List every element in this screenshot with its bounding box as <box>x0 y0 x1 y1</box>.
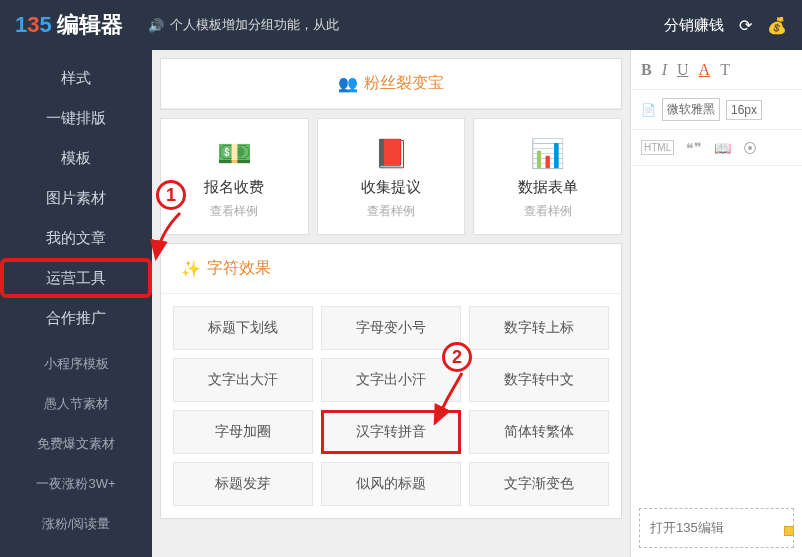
effect-button-11[interactable]: 文字渐变色 <box>469 462 609 506</box>
app-header: 135 编辑器 🔊 个人模板增加分组功能，从此 分销赚钱 ⟳ 💰 <box>0 0 802 50</box>
canvas-placeholder: 打开135编辑 <box>639 508 794 548</box>
card-link[interactable]: 查看样例 <box>474 203 621 220</box>
card-title: 数据表单 <box>474 178 621 197</box>
sidebar-item-1[interactable]: 一键排版 <box>0 98 152 138</box>
editor-canvas[interactable]: 打开135编辑 <box>631 166 802 556</box>
main-content: 1 👥 粉丝裂变宝 💵报名收费查看样例📕收集提议查看样例📊数据表单查看样例 ✨ … <box>152 50 630 557</box>
sidebar-item-0[interactable]: 样式 <box>0 58 152 98</box>
card-icon: 💵 <box>161 137 308 170</box>
logo: 135 编辑器 <box>15 10 123 40</box>
card-icon: 📕 <box>318 137 465 170</box>
sidebar-item-5[interactable]: 运营工具 <box>0 258 152 298</box>
annotation-arrow-1 <box>150 208 190 268</box>
effect-button-6[interactable]: 字母加圈 <box>173 410 313 454</box>
refresh-icon[interactable]: ⟳ <box>739 16 752 35</box>
text-effects-panel: ✨ 字符效果 2 标题下划线字母变小号数字转上标文字出大汗文字出小汗数字转中文字… <box>160 243 622 519</box>
effect-button-8[interactable]: 简体转繁体 <box>469 410 609 454</box>
sidebar-subitem-3[interactable]: 一夜涨粉3W+ <box>0 464 152 504</box>
underline-button[interactable]: U <box>677 61 689 79</box>
quote-button[interactable]: ❝❞ <box>686 140 702 156</box>
sidebar-item-6[interactable]: 合作推广 <box>0 298 152 338</box>
font-color-button[interactable]: A <box>699 61 711 79</box>
effect-button-2[interactable]: 数字转上标 <box>469 306 609 350</box>
effect-button-3[interactable]: 文字出大汗 <box>173 358 313 402</box>
logo-text: 编辑器 <box>57 10 123 40</box>
sidebar-subitem-5[interactable]: 免费作图 <box>0 544 152 557</box>
announcement-text: 个人模板增加分组功能，从此 <box>170 16 339 34</box>
sidebar-subitem-0[interactable]: 小程序模板 <box>0 344 152 384</box>
html-button[interactable]: HTML <box>641 140 674 155</box>
effect-button-1[interactable]: 字母变小号 <box>321 306 461 350</box>
users-icon: 👥 <box>338 74 358 93</box>
effect-button-5[interactable]: 数字转中文 <box>469 358 609 402</box>
bullet-button[interactable]: ⦿ <box>743 140 757 156</box>
sidebar-subitem-1[interactable]: 愚人节素材 <box>0 384 152 424</box>
format-toolbar: B I U A T <box>631 50 802 90</box>
card-title: 收集提议 <box>318 178 465 197</box>
sidebar-subitem-2[interactable]: 免费爆文素材 <box>0 424 152 464</box>
annotation-arrow-2 <box>427 368 477 438</box>
secondary-toolbar: HTML ❝❞ 📖 ⦿ <box>631 130 802 166</box>
money-icon[interactable]: 💰 <box>767 16 787 35</box>
annotation-number-1: 1 <box>156 180 186 210</box>
fans-panel: 👥 粉丝裂变宝 <box>160 58 622 110</box>
card-link[interactable]: 查看样例 <box>318 203 465 220</box>
effect-button-10[interactable]: 似风的标题 <box>321 462 461 506</box>
font-family-select[interactable]: 微软雅黑 <box>662 98 720 121</box>
announcement-bar[interactable]: 🔊 个人模板增加分组功能，从此 <box>148 16 339 34</box>
sidebar: 样式一键排版模板图片素材我的文章运营工具合作推广 小程序模板愚人节素材免费爆文素… <box>0 50 152 557</box>
font-toolbar: 📄 微软雅黑 16px <box>631 90 802 130</box>
editor-pane: B I U A T 📄 微软雅黑 16px HTML ❝❞ 📖 ⦿ 打开135编… <box>630 50 802 557</box>
effect-button-0[interactable]: 标题下划线 <box>173 306 313 350</box>
distribution-link[interactable]: 分销赚钱 <box>664 16 724 35</box>
speaker-icon: 🔊 <box>148 18 164 33</box>
sidebar-item-4[interactable]: 我的文章 <box>0 218 152 258</box>
card-icon: 📊 <box>474 137 621 170</box>
sidebar-item-3[interactable]: 图片素材 <box>0 178 152 218</box>
text-tool-button[interactable]: T <box>720 61 730 79</box>
font-size-select[interactable]: 16px <box>726 100 762 120</box>
sidebar-subitem-4[interactable]: 涨粉/阅读量 <box>0 504 152 544</box>
fans-panel-header: 👥 粉丝裂变宝 <box>161 59 621 109</box>
sidebar-item-2[interactable]: 模板 <box>0 138 152 178</box>
feature-card-1[interactable]: 📕收集提议查看样例 <box>317 118 466 235</box>
book-button[interactable]: 📖 <box>714 140 731 156</box>
text-effects-title: 字符效果 <box>207 258 271 279</box>
annotation-number-2: 2 <box>442 342 472 372</box>
document-icon[interactable]: 📄 <box>641 103 656 117</box>
italic-button[interactable]: I <box>662 61 667 79</box>
text-effects-header: ✨ 字符效果 <box>161 244 621 294</box>
effect-button-9[interactable]: 标题发芽 <box>173 462 313 506</box>
feature-card-2[interactable]: 📊数据表单查看样例 <box>473 118 622 235</box>
logo-mark: 135 <box>15 12 52 38</box>
fans-panel-title: 粉丝裂变宝 <box>364 73 444 94</box>
bold-button[interactable]: B <box>641 61 652 79</box>
